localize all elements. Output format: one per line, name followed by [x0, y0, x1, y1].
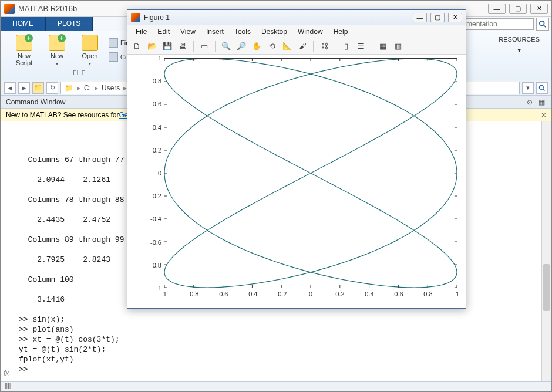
x-tick-label: 0.6 [394, 290, 403, 298]
figure-canvas: -1-0.8-0.6-0.4-0.200.20.40.60.81 -1-0.8-… [127, 55, 466, 308]
menu-view[interactable]: View [176, 26, 200, 37]
y-tick-label: 0 [138, 170, 161, 177]
y-tick-label: -0.6 [138, 239, 161, 246]
x-tick-label: -1 [161, 290, 167, 298]
legend-button[interactable]: ☰ [355, 40, 367, 52]
y-tick-label: -1 [138, 285, 161, 292]
menu-file[interactable]: File [131, 26, 152, 37]
command-window-title: Command Window [6, 98, 65, 106]
svg-line-1 [544, 25, 546, 27]
main-close-button[interactable]: ✕ [530, 4, 548, 14]
panel-minimize-icon[interactable]: ⊙ [525, 97, 534, 107]
open-figure-button[interactable]: 📂 [146, 40, 158, 52]
menu-window[interactable]: Window [293, 26, 328, 37]
new-icon [49, 35, 65, 51]
folder-icon: 📁 [65, 84, 73, 92]
nav-back-button[interactable]: ◄ [4, 82, 16, 94]
open-button[interactable]: Open▾ [76, 35, 104, 66]
menu-help[interactable]: Help [329, 26, 353, 37]
menu-desktop[interactable]: Desktop [257, 26, 292, 37]
doc-search-button[interactable] [536, 18, 549, 31]
y-axis: -1-0.8-0.6-0.4-0.200.20.40.60.81 [138, 58, 164, 288]
main-minimize-button[interactable]: — [488, 4, 506, 14]
nav-up-button[interactable]: 📁 [32, 82, 44, 94]
tab-plots[interactable]: PLOTS [46, 17, 93, 31]
new-script-button[interactable]: New Script [10, 35, 38, 66]
path-dropdown-button[interactable]: ▾ [522, 82, 534, 94]
svg-point-0 [540, 21, 544, 25]
save-figure-button[interactable]: 💾 [161, 40, 173, 52]
figure-maximize-button[interactable]: ▢ [430, 13, 445, 22]
plot-area[interactable] [164, 58, 457, 288]
rotate-button[interactable]: ⟲ [266, 40, 278, 52]
colorbar-button[interactable]: ▯ [340, 40, 352, 52]
y-tick-label: -0.4 [138, 215, 161, 222]
breadcrumb-folder[interactable]: Users [102, 84, 120, 92]
command-line: yt = @(t) sin(2*t); [5, 344, 547, 354]
doc-search-input[interactable] [463, 18, 534, 30]
menu-tools[interactable]: Tools [230, 26, 255, 37]
y-tick-label: 0.8 [138, 77, 161, 85]
path-search-button[interactable] [536, 82, 548, 94]
print-figure-button[interactable]: 🖶 [177, 40, 189, 52]
figure-minimize-button[interactable]: — [413, 13, 427, 22]
plot-axes[interactable]: -1-0.8-0.6-0.4-0.200.20.40.60.81 -1-0.8-… [138, 58, 460, 305]
matlab-logo-icon [4, 4, 15, 14]
command-scrollbar[interactable] [541, 121, 551, 381]
matlab-logo-icon [131, 13, 140, 22]
new-button[interactable]: New▾ [43, 35, 71, 66]
y-tick-label: -0.8 [138, 262, 161, 269]
link-plot-button[interactable]: ⛓ [318, 40, 330, 52]
command-line: >> sin(x); [5, 315, 547, 325]
brush-button[interactable]: 🖌 [297, 40, 308, 52]
fx-prompt-icon[interactable]: fx [4, 369, 9, 377]
tab-home[interactable]: HOME [1, 17, 46, 31]
command-line: >> plot(ans) [5, 325, 547, 334]
y-tick-label: 0.6 [138, 100, 161, 107]
x-tick-label: -0.2 [276, 290, 287, 298]
x-tick-label: 1 [456, 290, 459, 298]
new-figure-button[interactable]: 🗋 [131, 40, 143, 52]
y-tick-label: 0.4 [138, 124, 161, 131]
figure-toolbar: 🗋 📂 💾 🖶 ▭ 🔍 🔎 ✋ ⟲ 📐 🖌 ⛓ ▯ ☰ ▦ ▥ [127, 38, 466, 55]
command-line: >> [5, 364, 547, 374]
scrollbar-thumb[interactable] [543, 264, 550, 311]
show-tools-button[interactable]: ▥ [392, 40, 404, 52]
svg-point-2 [540, 85, 544, 89]
zoom-out-button[interactable]: 🔎 [235, 40, 247, 52]
x-tick-label: -0.6 [217, 290, 228, 298]
x-tick-label: 0 [309, 290, 312, 298]
panel-layout-icon[interactable]: ▦ [537, 97, 546, 107]
compare-icon [109, 52, 118, 62]
resources-dropdown[interactable]: ▼ [517, 48, 522, 53]
open-folder-icon [82, 35, 98, 51]
main-maximize-button[interactable]: ▢ [509, 4, 527, 14]
menu-insert[interactable]: Insert [201, 26, 228, 37]
menu-edit[interactable]: Edit [153, 26, 174, 37]
pointer-tool-button[interactable]: ▭ [198, 40, 210, 52]
banner-close-button[interactable]: × [541, 110, 546, 120]
status-bar: |||| [1, 381, 551, 391]
x-tick-label: 0.8 [423, 290, 432, 298]
x-tick-label: -0.8 [188, 290, 199, 298]
new-script-icon [16, 35, 32, 51]
figure-titlebar[interactable]: Figure 1 — ▢ ✕ [127, 10, 466, 25]
x-axis: -1-0.8-0.6-0.4-0.200.20.40.60.81 [164, 288, 457, 305]
command-line: fplot(xt,yt) [5, 354, 547, 364]
resources-label: RESOURCES [499, 36, 540, 43]
data-cursor-button[interactable]: 📐 [281, 40, 293, 52]
ribbon-group-file: FILE [73, 70, 85, 76]
zoom-in-button[interactable]: 🔍 [220, 40, 232, 52]
x-tick-label: 0.2 [335, 290, 344, 298]
breadcrumb-drive[interactable]: C: [84, 84, 91, 92]
figure-window[interactable]: Figure 1 — ▢ ✕ FileEditViewInsertToolsDe… [127, 9, 466, 309]
hide-tools-button[interactable]: ▦ [377, 40, 389, 52]
new-label: New▾ [51, 52, 63, 66]
y-tick-label: 1 [138, 55, 161, 62]
pan-button[interactable]: ✋ [251, 40, 262, 52]
nav-forward-button[interactable]: ► [18, 82, 30, 94]
figure-close-button[interactable]: ✕ [448, 13, 462, 22]
nav-refresh-button[interactable]: ↻ [46, 82, 58, 94]
open-label: Open▾ [82, 52, 98, 66]
ribbon-resources-group: RESOURCES ▼ [492, 33, 547, 77]
